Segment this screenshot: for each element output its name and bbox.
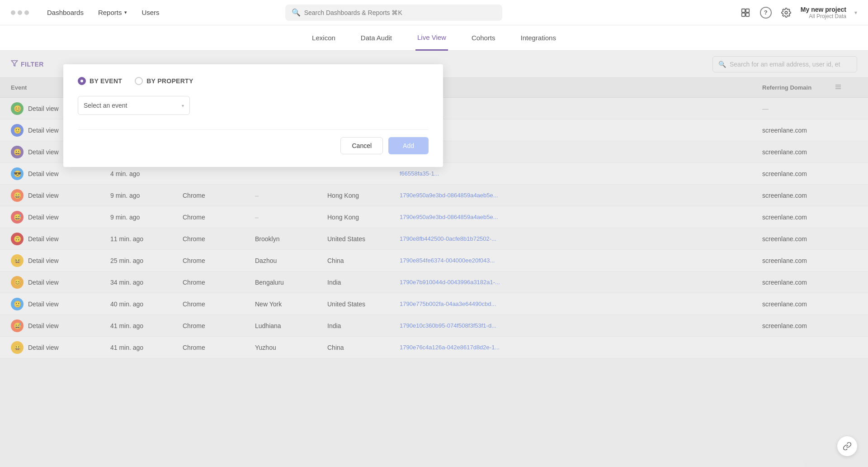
- nav-dot-1: [11, 10, 15, 15]
- by-event-radio[interactable]: [78, 77, 86, 85]
- modal-footer: Cancel Add: [78, 129, 429, 154]
- tab-cohorts[interactable]: Cohorts: [470, 25, 497, 51]
- nav-dot-3: [24, 10, 29, 15]
- chevron-down-icon: ▾: [182, 103, 184, 108]
- search-icon: 🔍: [292, 8, 301, 17]
- svg-rect-3: [746, 13, 749, 16]
- nav-left: Dashboards Reports ▾ Users: [11, 9, 160, 16]
- nav-users[interactable]: Users: [142, 9, 159, 16]
- svg-rect-0: [742, 9, 745, 12]
- search-input[interactable]: [304, 9, 496, 16]
- filter-options: BY EVENT BY PROPERTY: [78, 77, 429, 85]
- help-icon[interactable]: ?: [760, 7, 772, 19]
- tab-data-audit[interactable]: Data Audit: [359, 25, 394, 51]
- top-navigation: Dashboards Reports ▾ Users 🔍 ? My new pr…: [0, 0, 868, 25]
- by-property-option[interactable]: BY PROPERTY: [135, 77, 193, 85]
- filter-modal: BY EVENT BY PROPERTY Select an event ▾ C…: [63, 64, 443, 167]
- svg-rect-1: [746, 9, 749, 12]
- svg-point-4: [785, 11, 788, 14]
- by-event-option[interactable]: BY EVENT: [78, 77, 122, 85]
- nav-dots: [11, 10, 29, 15]
- chevron-down-icon: ▾: [124, 10, 127, 15]
- settings-icon[interactable]: [780, 6, 793, 19]
- by-property-radio[interactable]: [135, 77, 143, 85]
- nav-dot-2: [18, 10, 22, 15]
- project-sub: All Project Data: [809, 13, 846, 19]
- add-button[interactable]: Add: [388, 137, 429, 154]
- event-dropdown-value: Select an event: [84, 102, 127, 109]
- by-property-label: BY PROPERTY: [146, 77, 193, 85]
- global-search[interactable]: 🔍: [285, 5, 502, 21]
- share-button[interactable]: [837, 436, 857, 456]
- nav-right: ? My new project All Project Data ▾: [739, 6, 857, 19]
- reports-label: Reports: [98, 9, 122, 16]
- project-name: My new project: [801, 6, 846, 13]
- main-content: FILTER 🔍 Search for an email address, us…: [0, 51, 868, 467]
- secondary-navigation: Lexicon Data Audit Live View Cohorts Int…: [0, 25, 868, 51]
- tab-lexicon[interactable]: Lexicon: [310, 25, 337, 51]
- svg-rect-2: [742, 13, 745, 16]
- nav-dashboards[interactable]: Dashboards: [47, 9, 84, 16]
- event-dropdown[interactable]: Select an event ▾: [78, 96, 190, 115]
- tab-integrations[interactable]: Integrations: [519, 25, 558, 51]
- nav-reports[interactable]: Reports ▾: [98, 9, 127, 16]
- cancel-button[interactable]: Cancel: [340, 137, 383, 154]
- notifications-icon[interactable]: [739, 6, 752, 19]
- by-event-label: BY EVENT: [90, 77, 122, 85]
- project-chevron-icon: ▾: [854, 10, 857, 16]
- project-selector[interactable]: My new project All Project Data: [801, 6, 846, 19]
- tab-live-view[interactable]: Live View: [415, 25, 448, 51]
